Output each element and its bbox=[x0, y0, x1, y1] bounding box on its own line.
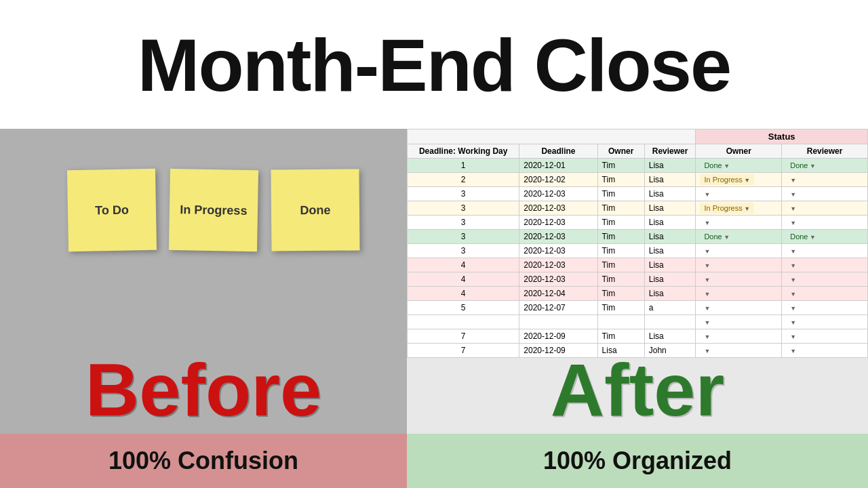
cell-owner: Tim bbox=[597, 272, 644, 287]
table-row: 42020-12-03TimLisa bbox=[408, 258, 868, 272]
cell-reviewer-status[interactable] bbox=[782, 187, 868, 201]
cell-reviewer: Lisa bbox=[644, 287, 696, 301]
table-row: 42020-12-03TimLisa bbox=[408, 272, 868, 287]
cell-date: 2020-12-03 bbox=[519, 272, 597, 287]
cell-reviewer-status[interactable] bbox=[782, 258, 868, 272]
cell-num: 4 bbox=[408, 258, 519, 272]
cell-reviewer-status[interactable] bbox=[782, 272, 868, 287]
table-row: 42020-12-04TimLisa bbox=[408, 287, 868, 301]
cell-owner: Tim bbox=[597, 159, 644, 173]
cell-date: 2020-12-02 bbox=[519, 173, 597, 187]
cell-reviewer: Lisa bbox=[644, 244, 696, 258]
sticky-note-done: Done bbox=[271, 169, 359, 251]
cell-reviewer-status[interactable] bbox=[782, 173, 868, 187]
data-table: Status Deadline: Working Day Deadline Ow… bbox=[407, 129, 868, 358]
cell-date: 2020-12-03 bbox=[519, 258, 597, 272]
cell-date: 2020-12-01 bbox=[519, 159, 597, 173]
cell-reviewer-status[interactable] bbox=[782, 287, 868, 301]
table-row: 52020-12-07Tima bbox=[408, 301, 868, 315]
table-row: 32020-12-03TimLisa bbox=[408, 244, 868, 258]
cell-owner: Tim bbox=[597, 201, 644, 216]
cell-reviewer-status[interactable] bbox=[782, 201, 868, 216]
cell-owner-status[interactable]: Done bbox=[696, 230, 782, 244]
cell-reviewer-status[interactable] bbox=[782, 315, 868, 329]
sticky-note-todo: To Do bbox=[67, 169, 157, 251]
cell-owner-status[interactable]: Done bbox=[696, 159, 782, 173]
cell-reviewer: Lisa bbox=[644, 187, 696, 201]
status-header: Status bbox=[696, 129, 868, 144]
cell-num: 3 bbox=[408, 201, 519, 216]
cell-owner: Tim bbox=[597, 244, 644, 258]
cell-owner-status[interactable] bbox=[696, 329, 782, 344]
cell-num bbox=[408, 315, 519, 329]
panels-container: To Do In Progress Done Before 100% Confu… bbox=[0, 129, 868, 488]
table-row: 32020-12-03TimLisa bbox=[408, 187, 868, 201]
table-row: 32020-12-03TimLisa bbox=[408, 216, 868, 230]
col-header-reviewer-status: Reviewer bbox=[782, 144, 868, 159]
cell-date: 2020-12-03 bbox=[519, 216, 597, 230]
cell-owner-status[interactable] bbox=[696, 244, 782, 258]
cell-owner: Tim bbox=[597, 329, 644, 344]
table-row: 72020-12-09TimLisa bbox=[408, 329, 868, 344]
cell-num: 3 bbox=[408, 187, 519, 201]
cell-num: 3 bbox=[408, 230, 519, 244]
cell-owner-status[interactable] bbox=[696, 187, 782, 201]
cell-owner: Tim bbox=[597, 187, 644, 201]
after-caption-text: 100% Organized bbox=[543, 447, 732, 475]
cell-reviewer-status[interactable]: Done bbox=[782, 159, 868, 173]
cell-reviewer-status[interactable] bbox=[782, 329, 868, 344]
title-area: Month-End Close bbox=[0, 0, 868, 129]
cell-owner-status[interactable] bbox=[696, 272, 782, 287]
table-row bbox=[408, 315, 868, 329]
sticky-notes-area: To Do In Progress Done bbox=[0, 129, 407, 264]
cell-reviewer: Lisa bbox=[644, 216, 696, 230]
cell-num: 7 bbox=[408, 329, 519, 344]
cell-owner: Tim bbox=[597, 230, 644, 244]
col-header-owner: Owner bbox=[597, 144, 644, 159]
cell-owner-status[interactable]: In Progress bbox=[696, 201, 782, 216]
col-header-owner-status: Owner bbox=[696, 144, 782, 159]
cell-num: 1 bbox=[408, 159, 519, 173]
cell-reviewer: Lisa bbox=[644, 173, 696, 187]
cell-owner-status[interactable] bbox=[696, 287, 782, 301]
cell-date: 2020-12-04 bbox=[519, 287, 597, 301]
before-label: Before bbox=[0, 352, 407, 427]
cell-date: 2020-12-03 bbox=[519, 187, 597, 201]
cell-date bbox=[519, 315, 597, 329]
before-caption-bar: 100% Confusion bbox=[0, 434, 407, 488]
cell-reviewer: Lisa bbox=[644, 201, 696, 216]
cell-owner: Tim bbox=[597, 216, 644, 230]
cell-num: 4 bbox=[408, 287, 519, 301]
cell-reviewer-status[interactable]: Done bbox=[782, 230, 868, 244]
cell-owner-status[interactable] bbox=[696, 315, 782, 329]
table-row: 32020-12-03TimLisaIn Progress bbox=[408, 201, 868, 216]
cell-owner: Tim bbox=[597, 287, 644, 301]
cell-reviewer-status[interactable] bbox=[782, 216, 868, 230]
after-caption-bar: 100% Organized bbox=[407, 434, 868, 488]
table-row: 22020-12-02TimLisaIn Progress bbox=[408, 173, 868, 187]
before-panel: To Do In Progress Done Before 100% Confu… bbox=[0, 129, 407, 488]
cell-owner-status[interactable]: In Progress bbox=[696, 173, 782, 187]
table-header-status-row: Status bbox=[408, 129, 868, 144]
cell-reviewer-status[interactable] bbox=[782, 301, 868, 315]
cell-owner: Tim bbox=[597, 258, 644, 272]
cell-reviewer: Lisa bbox=[644, 272, 696, 287]
cell-date: 2020-12-03 bbox=[519, 201, 597, 216]
table-body: 12020-12-01TimLisaDoneDone22020-12-02Tim… bbox=[408, 159, 868, 358]
after-label: After bbox=[407, 352, 868, 427]
cell-owner-status[interactable] bbox=[696, 216, 782, 230]
cell-reviewer-status[interactable] bbox=[782, 244, 868, 258]
sticky-note-inprogress: In Progress bbox=[169, 169, 258, 251]
cell-reviewer: Lisa bbox=[644, 258, 696, 272]
cell-num: 2 bbox=[408, 173, 519, 187]
cell-date: 2020-12-09 bbox=[519, 329, 597, 344]
cell-owner bbox=[597, 315, 644, 329]
cell-owner-status[interactable] bbox=[696, 258, 782, 272]
cell-owner: Tim bbox=[597, 173, 644, 187]
before-caption-text: 100% Confusion bbox=[108, 447, 298, 475]
cell-reviewer: a bbox=[644, 301, 696, 315]
cell-reviewer: Lisa bbox=[644, 159, 696, 173]
cell-num: 3 bbox=[408, 216, 519, 230]
cell-owner-status[interactable] bbox=[696, 301, 782, 315]
after-panel: Status Deadline: Working Day Deadline Ow… bbox=[407, 129, 868, 488]
